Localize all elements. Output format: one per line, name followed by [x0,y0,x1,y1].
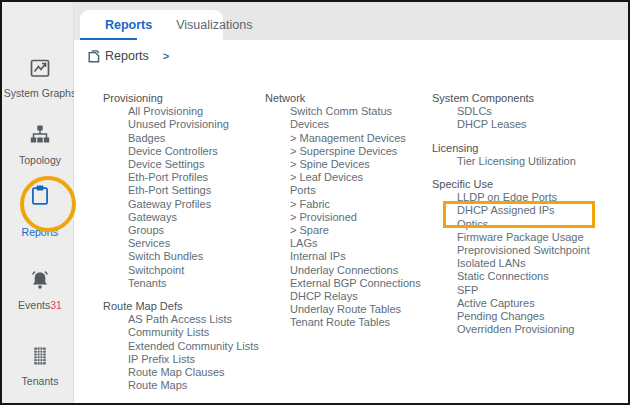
sidebar-item-label: Tenants [2,375,78,387]
report-link-pending-changes[interactable]: Pending Changes [432,310,630,323]
report-section-route-map-defs: Route Map DefsAS Path Access ListsCommun… [103,300,263,392]
report-link-lldp-on-edge-ports[interactable]: LLDP on Edge Ports [432,191,630,204]
report-link-sdlcs[interactable]: SDLCs [432,105,630,118]
sidebar-item-topology[interactable]: Topology [2,123,78,166]
report-link-external-bgp-connections[interactable]: External BGP Connections [265,277,431,290]
sidebar-item-system-graphs[interactable]: System Graphs [2,56,78,99]
section-title: Licensing [432,142,630,155]
sidebar-item-reports[interactable]: Reports [2,183,78,238]
report-column-2: NetworkSwitch Comm StatusDevices> Manage… [265,92,431,340]
breadcrumb-chevron-icon: > [163,50,169,62]
report-link-device-controllers[interactable]: Device Controllers [103,145,263,158]
sidebar-item-tenants[interactable]: Tenants [2,344,78,387]
report-link-fabric[interactable]: > Fabric [265,198,431,211]
report-link-overridden-provisioning[interactable]: Overridden Provisioning [432,323,630,336]
app-window: System GraphsTopologyReportsEvents31Tena… [0,0,630,405]
report-icon [88,50,100,63]
report-link-groups[interactable]: Groups [103,224,263,237]
report-link-eth-port-profiles[interactable]: Eth-Port Profiles [103,171,263,184]
sidebar-item-label: System Graphs [2,87,78,99]
report-link-lags[interactable]: LAGs [265,237,431,250]
report-link-ip-prefix-lists[interactable]: IP Prefix Lists [103,353,263,366]
report-link-as-path-access-lists[interactable]: AS Path Access Lists [103,313,263,326]
report-section-system-components: System ComponentsSDLCsDHCP Leases [432,92,630,132]
report-link-device-settings[interactable]: Device Settings [103,158,263,171]
clipboard-icon [28,183,52,207]
report-link-superspine-devices[interactable]: > Superspine Devices [265,145,431,158]
report-section-network: NetworkSwitch Comm StatusDevices> Manage… [265,92,431,330]
report-link-sfp[interactable]: SFP [432,284,630,297]
report-link-route-maps[interactable]: Route Maps [103,379,263,392]
report-column-1: ProvisioningAll ProvisioningUnused Provi… [103,92,263,402]
report-link-spare[interactable]: > Spare [265,224,431,237]
report-link-route-map-clauses[interactable]: Route Map Clauses [103,366,263,379]
bell-icon [28,268,52,292]
report-link-eth-port-settings[interactable]: Eth-Port Settings [103,184,263,197]
report-link-underlay-connections[interactable]: Underlay Connections [265,264,431,277]
report-link-switchpoint[interactable]: Switchpoint [103,264,263,277]
report-link-devices[interactable]: Devices [265,118,431,131]
report-link-community-lists[interactable]: Community Lists [103,326,263,339]
breadcrumb-item[interactable]: Reports [105,49,149,63]
main-panel: Reports > ProvisioningAll ProvisioningUn… [74,40,628,403]
report-link-management-devices[interactable]: > Management Devices [265,132,431,145]
report-link-active-captures[interactable]: Active Captures [432,297,630,310]
report-link-spine-devices[interactable]: > Spine Devices [265,158,431,171]
report-link-provisioned[interactable]: > Provisioned [265,211,431,224]
report-section-specific-use: Specific UseLLDP on Edge PortsDHCP Assig… [432,178,630,336]
report-link-all-provisioning[interactable]: All Provisioning [103,105,263,118]
report-link-switch-bundles[interactable]: Switch Bundles [103,250,263,263]
report-link-dhcp-assigned-ips[interactable]: DHCP Assigned IPs [432,204,630,217]
sidebar-item-label: Events31 [2,299,78,311]
section-title: Network [265,92,431,105]
tab-reports[interactable]: Reports [80,18,164,32]
report-link-static-connections[interactable]: Static Connections [432,270,630,283]
report-link-gateways[interactable]: Gateways [103,211,263,224]
report-link-services[interactable]: Services [103,237,263,250]
report-link-switch-comm-status[interactable]: Switch Comm Status [265,105,431,118]
tab-bar: ReportsVisualizations [80,10,223,40]
line-chart-icon [28,56,52,80]
report-link-tenants[interactable]: Tenants [103,277,263,290]
report-section-provisioning: ProvisioningAll ProvisioningUnused Provi… [103,92,263,290]
building-icon [28,344,52,368]
report-link-leaf-devices[interactable]: > Leaf Devices [265,171,431,184]
report-link-unused-provisioning[interactable]: Unused Provisioning [103,118,263,131]
section-title: Specific Use [432,178,630,191]
sidebar: System GraphsTopologyReportsEvents31Tena… [2,2,74,403]
report-section-licensing: LicensingTier Licensing Utilization [432,142,630,168]
section-title: System Components [432,92,630,105]
sidebar-item-events[interactable]: Events31 [2,268,78,311]
topology-icon [28,123,52,147]
report-link-extended-community-lists[interactable]: Extended Community Lists [103,340,263,353]
active-tab-underline [80,38,137,41]
events-count-badge: 31 [50,299,62,311]
report-link-underlay-route-tables[interactable]: Underlay Route Tables [265,303,431,316]
report-link-ports[interactable]: Ports [265,184,431,197]
section-title: Provisioning [103,92,263,105]
report-link-badges[interactable]: Badges [103,132,263,145]
report-link-tier-licensing-utilization[interactable]: Tier Licensing Utilization [432,155,630,168]
report-link-firmware-package-usage[interactable]: Firmware Package Usage [432,231,630,244]
report-column-3: System ComponentsSDLCsDHCP LeasesLicensi… [432,92,630,346]
report-link-isolated-lans[interactable]: Isolated LANs [432,257,630,270]
report-link-gateway-profiles[interactable]: Gateway Profiles [103,198,263,211]
breadcrumb: Reports > [88,49,169,63]
report-link-dhcp-relays[interactable]: DHCP Relays [265,290,431,303]
section-title: Route Map Defs [103,300,263,313]
report-link-dhcp-leases[interactable]: DHCP Leases [432,118,630,131]
sidebar-item-label: Topology [2,154,78,166]
tab-visualizations[interactable]: Visualizations [164,18,264,32]
sidebar-item-label: Reports [2,226,78,238]
report-link-preprovisioned-switchpoint[interactable]: Preprovisioned Switchpoint [432,244,630,257]
report-link-internal-ips[interactable]: Internal IPs [265,250,431,263]
report-link-optics[interactable]: Optics [432,218,630,231]
report-link-tenant-route-tables[interactable]: Tenant Route Tables [265,316,431,329]
